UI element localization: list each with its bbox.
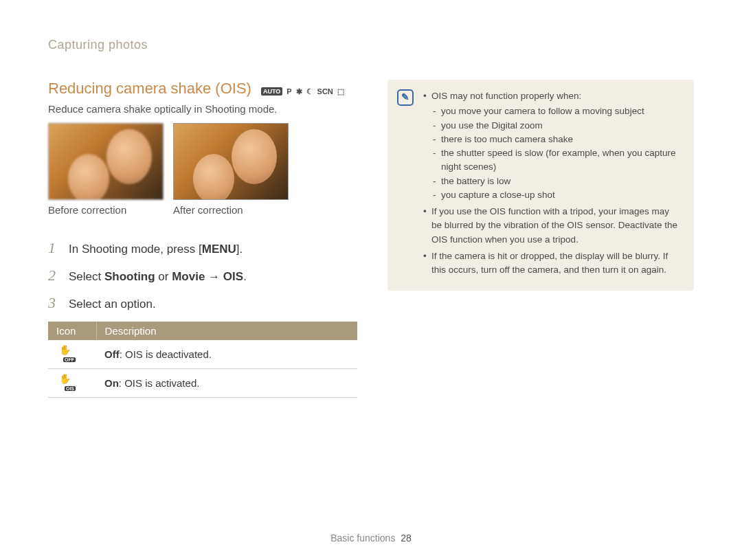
note-box: ✎ OIS may not function properly when: yo… — [387, 80, 694, 291]
after-caption: After correction — [173, 204, 289, 216]
step-3: 3 Select an option. — [48, 294, 357, 312]
page-number: 28 — [401, 533, 412, 544]
note-sub-bullet: there is too much camera shake — [431, 133, 682, 146]
note-sub-bullet: you use the Digital zoom — [431, 119, 682, 133]
step-number: 1 — [48, 239, 59, 257]
step-text: Select Shooting or Movie → OIS. — [69, 270, 247, 284]
breadcrumb: Capturing photos — [48, 38, 694, 52]
note-sub-bullet: you capture a close-up shot — [431, 188, 682, 202]
icon-cell: OIS — [48, 369, 96, 398]
table-row: OFF Off: OIS is deactivated. — [48, 340, 357, 369]
menu-button-label: MENU — [202, 243, 236, 256]
col-description-header: Description — [96, 322, 357, 340]
mode-auto-icon: AUTO — [261, 87, 282, 96]
description-cell: Off: OIS is deactivated. — [96, 340, 357, 369]
step-text: In Shooting mode, press [MENU]. — [69, 243, 243, 256]
after-thumbnail — [173, 123, 289, 200]
note-bullet: If you use the OIS function with a tripo… — [423, 205, 682, 247]
step-number: 2 — [48, 267, 59, 284]
steps-list: 1 In Shooting mode, press [MENU]. 2 Sele… — [48, 239, 357, 312]
step-text: Select an option. — [69, 298, 156, 311]
before-thumbnail — [48, 123, 164, 200]
note-sub-bullet: the shutter speed is slow (for example, … — [431, 146, 682, 175]
step-number: 3 — [48, 294, 59, 312]
note-sub-bullet: the battery is low — [431, 175, 682, 188]
ois-off-icon: OFF — [56, 346, 74, 361]
left-column: Reducing camera shake (OIS) AUTO P ✱ ☾ S… — [48, 80, 357, 398]
description-cell: On: OIS is activated. — [96, 369, 357, 398]
options-table: Icon Description OFF Off: OIS is deactiv… — [48, 322, 357, 398]
note-icon: ✎ — [397, 89, 414, 106]
note-bullet: If the camera is hit or dropped, the dis… — [423, 249, 682, 278]
step-1: 1 In Shooting mode, press [MENU]. — [48, 239, 357, 257]
comparison-thumbnails — [48, 123, 357, 200]
mode-night-icon: ☾ — [306, 87, 313, 96]
before-caption: Before correction — [48, 204, 164, 216]
heading-row: Reducing camera shake (OIS) AUTO P ✱ ☾ S… — [48, 80, 357, 98]
mode-beauty-icon: ✱ — [296, 87, 302, 96]
page-footer: Basic functions 28 — [0, 533, 742, 544]
mode-scn-icon: SCN — [317, 87, 333, 96]
mode-movie-icon: ⬚ — [337, 87, 344, 96]
icon-cell: OFF — [48, 340, 96, 369]
note-bullet: OIS may not function properly when: you … — [423, 89, 682, 202]
mode-icon-strip: AUTO P ✱ ☾ SCN ⬚ — [261, 87, 344, 96]
col-icon-header: Icon — [48, 322, 96, 340]
two-column-layout: Reducing camera shake (OIS) AUTO P ✱ ☾ S… — [48, 80, 694, 398]
ois-on-icon: OIS — [56, 374, 74, 390]
mode-p-icon: P — [286, 87, 291, 96]
right-column: ✎ OIS may not function properly when: yo… — [387, 80, 694, 398]
footer-section: Basic functions — [330, 533, 395, 544]
manual-page: Capturing photos Reducing camera shake (… — [0, 0, 742, 560]
thumbnail-captions: Before correction After correction — [48, 204, 357, 216]
note-sub-bullet: you move your camera to follow a moving … — [431, 104, 682, 118]
intro-text: Reduce camera shake optically in Shootin… — [48, 103, 357, 115]
step-2: 2 Select Shooting or Movie → OIS. — [48, 267, 357, 284]
table-row: OIS On: OIS is activated. — [48, 369, 357, 398]
section-heading: Reducing camera shake (OIS) — [48, 80, 251, 98]
